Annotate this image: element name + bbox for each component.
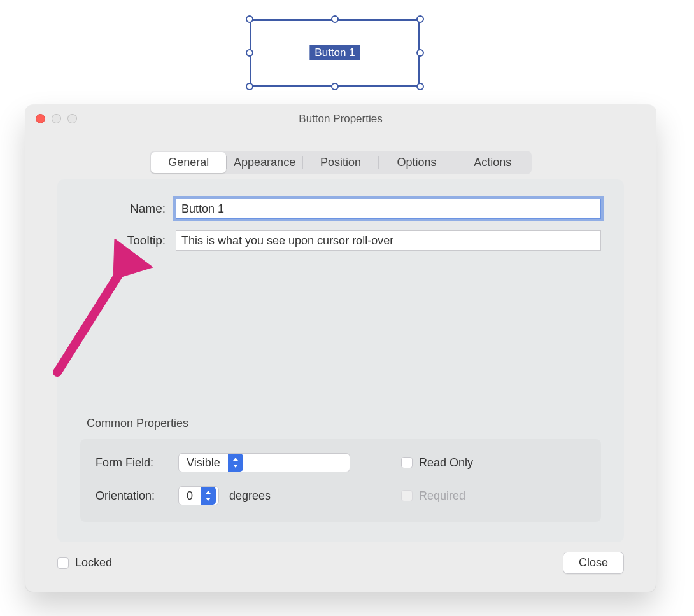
resize-handle-tm[interactable] bbox=[331, 15, 339, 23]
bottom-bar: Locked Close bbox=[57, 552, 624, 574]
required-label: Required bbox=[419, 489, 465, 503]
name-row: Name: bbox=[80, 199, 601, 219]
window-close-icon[interactable] bbox=[36, 114, 45, 123]
locked-checkbox[interactable] bbox=[57, 557, 69, 569]
traffic-lights bbox=[36, 114, 77, 123]
resize-handle-bl[interactable] bbox=[246, 83, 253, 90]
read-only-checkbox[interactable] bbox=[401, 457, 413, 468]
common-properties-title: Common Properties bbox=[87, 417, 601, 430]
general-panel: Name: Tooltip: Common Properties Form Fi… bbox=[57, 179, 624, 542]
window-title: Button Properties bbox=[299, 113, 382, 125]
name-input[interactable] bbox=[176, 199, 601, 219]
orientation-value: 0 bbox=[179, 487, 201, 505]
window-fullscreen-icon[interactable] bbox=[67, 114, 77, 123]
tab-bar: General Appearance Position Options Acti… bbox=[150, 151, 532, 174]
resize-handle-ml[interactable] bbox=[246, 49, 253, 57]
form-field-label: Form Field: bbox=[96, 456, 178, 470]
form-field-value: Visible bbox=[179, 454, 228, 472]
read-only-label: Read Only bbox=[419, 456, 473, 470]
tab-options[interactable]: Options bbox=[379, 152, 454, 173]
canvas-button-label: Button 1 bbox=[309, 45, 360, 60]
titlebar[interactable]: Button Properties bbox=[25, 105, 656, 133]
tooltip-label: Tooltip: bbox=[80, 234, 176, 248]
resize-handle-mr[interactable] bbox=[416, 49, 424, 57]
stepper-icon bbox=[201, 487, 216, 505]
tab-position[interactable]: Position bbox=[303, 152, 378, 173]
tab-actions[interactable]: Actions bbox=[455, 152, 530, 173]
tooltip-row: Tooltip: bbox=[80, 230, 601, 251]
name-label: Name: bbox=[80, 202, 176, 216]
orientation-unit: degrees bbox=[229, 489, 271, 503]
resize-handle-bm[interactable] bbox=[331, 83, 339, 90]
stepper-icon bbox=[228, 454, 243, 472]
locked-row: Locked bbox=[57, 556, 112, 570]
tab-general[interactable]: General bbox=[151, 152, 226, 173]
properties-window: Button Properties General Appearance Pos… bbox=[25, 105, 656, 592]
common-properties-body: Form Field: Visible Read Only bbox=[80, 439, 601, 522]
read-only-row: Read Only bbox=[401, 456, 586, 470]
tooltip-input[interactable] bbox=[176, 230, 601, 251]
required-row: Required bbox=[401, 489, 586, 503]
resize-handle-tr[interactable] bbox=[416, 15, 424, 23]
resize-handle-br[interactable] bbox=[416, 83, 424, 90]
form-field-select[interactable]: Visible bbox=[178, 453, 350, 472]
close-button[interactable]: Close bbox=[563, 552, 624, 574]
orientation-select[interactable]: 0 bbox=[178, 486, 219, 505]
window-minimize-icon[interactable] bbox=[52, 114, 61, 123]
required-checkbox bbox=[401, 490, 413, 501]
canvas-selected-button[interactable]: Button 1 bbox=[250, 19, 420, 87]
tab-appearance[interactable]: Appearance bbox=[227, 152, 302, 173]
locked-label: Locked bbox=[75, 556, 112, 570]
common-properties: Common Properties Form Field: Visible bbox=[80, 398, 601, 522]
resize-handle-tl[interactable] bbox=[246, 15, 253, 23]
orientation-label: Orientation: bbox=[96, 489, 178, 503]
